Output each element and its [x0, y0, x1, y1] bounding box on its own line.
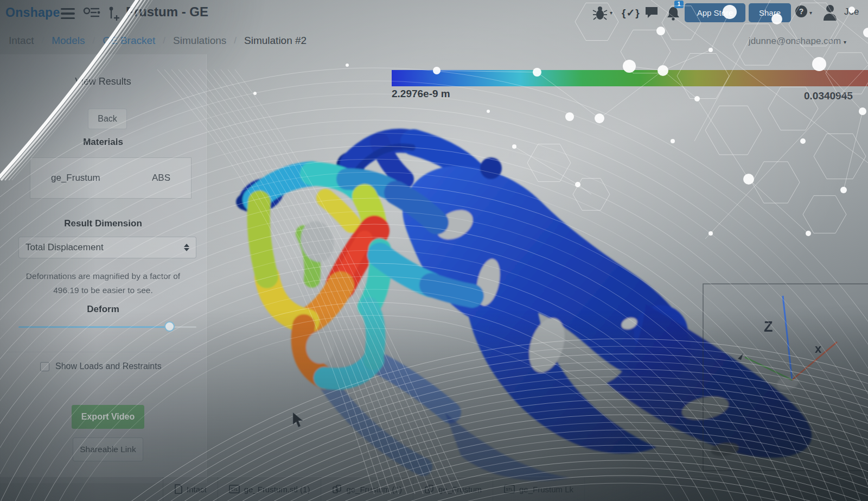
- deform-heading: Deform: [0, 304, 206, 315]
- account-email[interactable]: jdunne@onshape.com ▾: [749, 36, 846, 47]
- part-studio-icon: [424, 484, 434, 494]
- export-video-button[interactable]: Export Video: [72, 405, 144, 429]
- materials-heading: Materials: [0, 137, 206, 148]
- material-value: ABS: [152, 173, 170, 183]
- breadcrumb-separator: /: [41, 35, 44, 46]
- tab-label: ge_Frustum Lk: [519, 485, 573, 494]
- breadcrumb-separator: /: [163, 35, 165, 46]
- app-store-button[interactable]: App Store: [685, 3, 745, 22]
- view-orientation-triad[interactable]: Z x: [700, 280, 868, 480]
- slider-handle[interactable]: [164, 321, 175, 332]
- document-title: Frustum - GE: [126, 4, 208, 20]
- document-tab-bar: Intact STL ge_Frustum.stl (1) ge_Frustum…: [0, 477, 868, 501]
- results-panel: View Results Back Materials ge_Frustum A…: [0, 54, 207, 483]
- back-button[interactable]: Back: [88, 109, 127, 129]
- breadcrumb-item-intact[interactable]: Intact: [9, 35, 34, 47]
- help-icon[interactable]: ?: [795, 5, 807, 17]
- result-color-scale: [392, 70, 868, 86]
- result-dimension-select[interactable]: Total Displacement: [18, 237, 196, 258]
- breadcrumb-item-simulations[interactable]: Simulations: [173, 35, 226, 47]
- show-loads-row[interactable]: Show Loads and Restraints: [40, 362, 162, 371]
- user-avatar-icon[interactable]: [822, 3, 838, 22]
- z-axis-label: Z: [764, 319, 773, 335]
- help-menu-caret-icon[interactable]: ▾: [809, 10, 812, 16]
- insert-feature-icon[interactable]: [107, 5, 120, 22]
- select-arrows-icon: [184, 244, 189, 251]
- tab-ge-frustum-1[interactable]: ge_Frustum (1): [321, 477, 413, 501]
- x-axis-label: x: [815, 342, 822, 356]
- svg-text:STL: STL: [506, 487, 513, 491]
- svg-text:STL: STL: [231, 487, 238, 491]
- bug-menu-caret-icon[interactable]: ▾: [610, 10, 612, 16]
- color-scale-max-value: 0.0340945: [804, 90, 868, 102]
- tab-label: ge_Frustum: [438, 485, 482, 494]
- deformation-note: Deformations are magnified by a factor o…: [12, 269, 194, 297]
- result-dimension-value: Total Displacement: [25, 242, 104, 253]
- onshape-window: 2.2976e-9 m 0.0340945 Z x Onshape Frustu…: [0, 0, 868, 501]
- account-email-text: jdunne@onshape.com: [749, 36, 841, 46]
- tab-label: Intact: [187, 485, 207, 494]
- main-menu-icon[interactable]: [61, 8, 75, 19]
- material-part-name: ge_Frustum: [51, 173, 100, 183]
- show-loads-checkbox[interactable]: [40, 362, 49, 371]
- onshape-logo[interactable]: Onshape: [5, 5, 60, 20]
- shareable-link-button[interactable]: Shareable Link: [73, 437, 143, 461]
- breadcrumb-separator: /: [92, 35, 95, 46]
- tab-label: ge_Frustum (1): [346, 485, 402, 494]
- show-loads-label: Show Loads and Restraints: [55, 362, 162, 371]
- breadcrumb-item-simulation-2[interactable]: Simulation #2: [244, 35, 307, 47]
- tab-label: ge_Frustum.stl (1): [244, 485, 310, 494]
- panel-title: View Results: [0, 76, 206, 87]
- tab-ge-frustum[interactable]: ge_Frustum: [413, 477, 493, 501]
- breadcrumb-separator: /: [234, 35, 237, 46]
- breadcrumb: Intact / Models / GE Bracket / Simulatio…: [9, 35, 307, 47]
- materials-table: ge_Frustum ABS: [30, 157, 192, 199]
- tab-intact[interactable]: Intact: [163, 477, 218, 501]
- slider-fill: [18, 326, 170, 328]
- notification-count-badge: 1: [674, 1, 684, 8]
- account-caret-icon: ▾: [844, 39, 846, 45]
- result-dimension-heading: Result Dimension: [0, 218, 206, 229]
- tab-ge-frustum-lk[interactable]: STL ge_Frustum Lk: [493, 477, 585, 501]
- part-studio-icon: [332, 484, 342, 494]
- y-axis-arrow: [738, 353, 743, 360]
- tab-ge-frustum-stl-1[interactable]: STL ge_Frustum.stl (1): [218, 477, 322, 501]
- color-scale-min-value: 2.2976e-9 m: [392, 88, 450, 100]
- divider: [5, 352, 201, 352]
- stl-file-icon: STL: [229, 485, 240, 493]
- feature-script-icon[interactable]: {✓}: [622, 7, 640, 19]
- version-tree-icon[interactable]: [82, 5, 101, 21]
- stl-file-icon: STL: [504, 485, 515, 493]
- deform-slider[interactable]: [18, 321, 196, 332]
- y-axis: [745, 357, 792, 380]
- user-name[interactable]: Joe: [844, 7, 868, 17]
- breadcrumb-item-models[interactable]: Models: [52, 35, 85, 47]
- document-icon: [174, 484, 182, 494]
- comments-icon[interactable]: [644, 5, 659, 20]
- report-bug-icon[interactable]: [592, 5, 608, 22]
- z-axis: [783, 296, 792, 380]
- breadcrumb-item-ge-bracket[interactable]: GE Bracket: [103, 35, 155, 47]
- share-button[interactable]: Share: [749, 3, 791, 22]
